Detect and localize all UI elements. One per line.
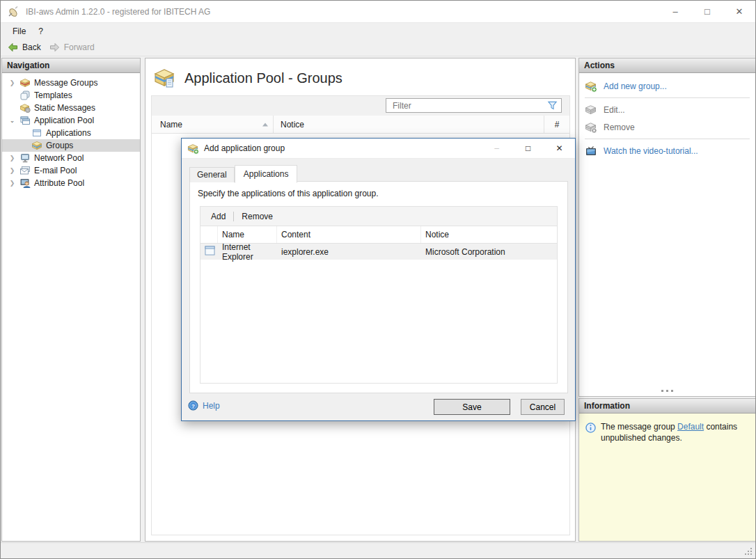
maximize-icon[interactable]: □ (691, 1, 723, 22)
actions-panel: Actions Add new group... (578, 58, 756, 397)
page-title-row: Application Pool - Groups (153, 67, 342, 89)
forward-button[interactable]: Forward (46, 40, 100, 54)
add-application-group-dialog: Add application group – □ ✕ General Appl… (181, 138, 576, 421)
tree-item-email-pool[interactable]: ❯ E-mail Pool (2, 164, 140, 177)
forward-label: Forward (64, 42, 95, 52)
filter-field (386, 98, 562, 113)
panel-splitter-handle[interactable] (579, 390, 755, 394)
menu-bar: File ? (1, 24, 755, 39)
close-icon[interactable]: ✕ (723, 1, 755, 22)
groups-icon (31, 140, 42, 151)
menu-file[interactable]: File (6, 25, 32, 38)
information-text: The message group Default contains unpub… (601, 422, 746, 444)
tree-item-groups[interactable]: Groups (2, 139, 140, 152)
dialog-title: Add application group (204, 143, 285, 153)
tree-item-network-pool[interactable]: ❯ Network Pool (2, 152, 140, 164)
tree-item-templates[interactable]: Templates (2, 89, 140, 102)
add-button[interactable]: Add (205, 210, 232, 223)
dialog-controls: – □ ✕ (481, 139, 575, 158)
navigation-panel: Navigation ❯ Message Groups Templates (1, 58, 141, 542)
remove-button[interactable]: Remove (235, 210, 279, 223)
toolbar-separator (233, 212, 234, 221)
network-pool-icon (19, 152, 31, 164)
tree-label: Application Pool (34, 116, 94, 125)
minimize-icon[interactable]: – (659, 1, 691, 22)
tree-item-attribute-pool[interactable]: ❯ Attribute Pool (2, 177, 140, 189)
tree-label: E-mail Pool (34, 166, 77, 175)
app-window: IBI-aws Admin 1.22.0 - registered for IB… (0, 0, 756, 559)
chevron-right-icon[interactable]: ❯ (7, 79, 17, 86)
back-button[interactable]: Back (4, 40, 46, 54)
chevron-right-icon[interactable]: ❯ (7, 167, 17, 174)
tree-item-static-messages[interactable]: Static Messages (2, 102, 140, 114)
edit-action[interactable]: Edit... (579, 102, 755, 117)
tree-item-applications[interactable]: Applications (2, 127, 140, 139)
column-header-name[interactable]: Name (152, 116, 274, 133)
help-icon: ? (188, 400, 198, 411)
save-button[interactable]: Save (434, 399, 510, 415)
chevron-down-icon[interactable]: ⌄ (7, 117, 17, 124)
window-title: IBI-aws Admin 1.22.0 - registered for IB… (26, 7, 210, 17)
tree-label: Static Messages (34, 103, 95, 113)
column-header-notice[interactable]: Notice (421, 226, 557, 243)
remove-action[interactable]: Remove (579, 120, 755, 134)
tree-label: Attribute Pool (34, 178, 84, 188)
sort-ascending-icon (262, 122, 269, 127)
help-label: Help (203, 401, 220, 411)
tab-general[interactable]: General (189, 167, 235, 182)
menu-help[interactable]: ? (32, 25, 49, 38)
chevron-right-icon[interactable]: ❯ (7, 155, 17, 162)
title-bar: IBI-aws Admin 1.22.0 - registered for IB… (1, 1, 755, 23)
table-row[interactable]: Internet Explorer iexplorer.exe Microsof… (200, 244, 557, 260)
dialog-applications-table: Add Remove Name Content Notice (200, 206, 558, 384)
message-groups-icon (19, 77, 31, 88)
tree-item-message-groups[interactable]: ❯ Message Groups (2, 77, 140, 89)
static-messages-icon (19, 102, 31, 113)
add-new-group-label: Add new group... (604, 81, 667, 91)
back-label: Back (22, 42, 41, 52)
column-header-content[interactable]: Content (277, 226, 421, 243)
edit-label: Edit... (604, 105, 625, 115)
applications-tab-panel: Specify the applications of this applica… (189, 181, 568, 393)
dialog-close-icon[interactable]: ✕ (544, 139, 575, 158)
templates-icon (19, 90, 31, 101)
add-group-icon (585, 80, 597, 93)
tree-label: Applications (46, 128, 91, 138)
column-header-notice[interactable]: Notice (274, 116, 544, 133)
separator (585, 97, 750, 98)
dialog-minimize-icon: – (481, 139, 512, 158)
dialog-table-header: Name Content Notice (200, 226, 557, 244)
separator (585, 139, 750, 139)
information-panel: Information The message group Default co… (578, 398, 756, 542)
ibi-aws-app-icon (7, 6, 19, 18)
column-header-icon (200, 226, 218, 243)
tab-applications[interactable]: Applications (235, 165, 298, 183)
cell-name: Internet Explorer (218, 242, 277, 262)
remove-group-icon (585, 121, 597, 134)
watch-tutorial-action[interactable]: Watch the video-tutorial... (579, 143, 755, 158)
filter-funnel-icon[interactable] (546, 100, 558, 111)
attribute-pool-icon (19, 178, 31, 189)
application-window-icon (205, 246, 215, 255)
dialog-maximize-icon[interactable]: □ (512, 139, 544, 158)
tree-label: Message Groups (34, 78, 97, 88)
tab-description: Specify the applications of this applica… (198, 189, 379, 198)
dialog-table-toolbar: Add Remove (200, 207, 557, 226)
tree-item-application-pool[interactable]: ⌄ Application Pool (2, 114, 140, 127)
column-header-name[interactable]: Name (218, 226, 277, 243)
nav-toolbar: Back Forward (1, 39, 755, 56)
page-title: Application Pool - Groups (184, 70, 342, 86)
info-icon (585, 423, 596, 433)
filter-input[interactable] (386, 101, 546, 111)
add-new-group-action[interactable]: Add new group... (579, 79, 755, 93)
column-header-count[interactable]: # (544, 116, 569, 133)
add-group-icon (187, 143, 199, 155)
video-tutorial-icon (585, 145, 597, 157)
help-link[interactable]: ? Help (188, 400, 220, 411)
chevron-right-icon[interactable]: ❯ (7, 180, 17, 187)
back-arrow-icon (7, 42, 19, 53)
default-group-link[interactable]: Default (677, 422, 704, 432)
resize-grip-icon[interactable] (744, 547, 753, 556)
dialog-tabs: General Applications (189, 165, 297, 182)
cancel-button[interactable]: Cancel (521, 399, 565, 415)
